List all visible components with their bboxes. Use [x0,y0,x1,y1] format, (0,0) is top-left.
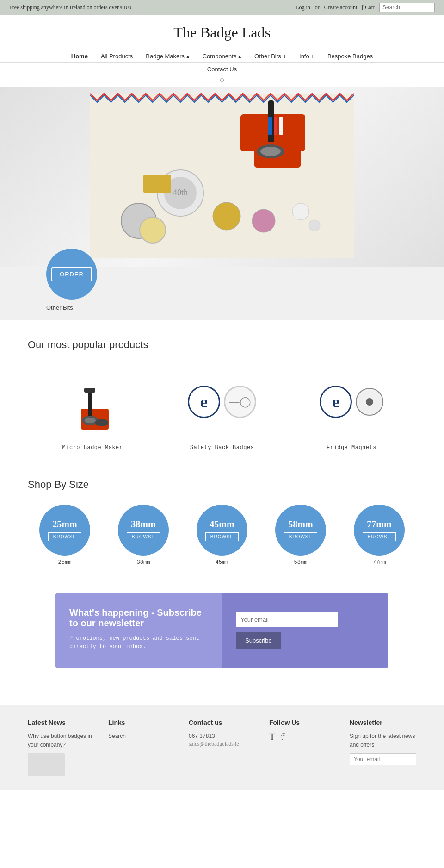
nav-info[interactable]: Info + [293,50,321,62]
nav-all-products[interactable]: All Products [94,50,139,62]
footer-search-link[interactable]: Search [108,733,126,739]
footer-links-title: Links [108,719,175,726]
size-label-58mm: 58mm [288,519,313,530]
footer-phone: 067 37813 [189,732,255,741]
size-45mm[interactable]: 45mm BROWSE 45mm [185,505,259,566]
product-safety-back-badges[interactable]: e —◯ Safety Back Badges [157,365,287,451]
size-footer-label-25mm: 25mm [28,559,102,566]
nav-bespoke-badges[interactable]: Bespoke Badges [321,50,379,62]
login-link[interactable]: Log in [296,4,310,11]
subscribe-button[interactable]: Subscribe [236,632,281,649]
nav-components[interactable]: Components ▴ [196,50,248,62]
size-label-45mm: 45mm [210,519,234,530]
footer-grid: Latest News Why use button badges in you… [28,719,416,776]
popular-products-section: Our most popular products Micro Badge Ma… [0,320,444,469]
order-circle[interactable]: ORDER [46,249,97,300]
size-circle-38mm[interactable]: 38mm BROWSE [118,505,169,556]
browse-button-58mm[interactable]: BROWSE [284,532,317,541]
order-button[interactable]: ORDER [51,267,92,281]
size-38mm[interactable]: 38mm BROWSE 38mm [106,505,180,566]
shipping-notice: Free shipping anywhere in Ireland on ord… [9,4,131,11]
search-input[interactable] [379,3,435,12]
fridge-magnets-label: Fridge Magnets [287,444,416,451]
footer-contact-title: Contact us [189,719,255,726]
facebook-icon[interactable]: 𝕗 [281,732,284,742]
size-label-25mm: 25mm [52,519,77,530]
newsletter-section: What's happening - Subscribe to our news… [56,593,388,668]
svg-rect-16 [279,117,283,135]
size-circle-77mm[interactable]: 77mm BROWSE [354,505,405,556]
size-footer-label-77mm: 77mm [342,559,416,566]
site-title: The Badge Lads [0,24,444,41]
footer-email: sales@thebadgelads.ie [189,741,255,748]
size-label-38mm: 38mm [131,519,155,530]
svg-point-13 [140,217,166,243]
nav-dot-indicator [220,78,224,82]
badges-pair: e —◯ [188,386,256,418]
product-micro-badge-maker[interactable]: Micro Badge Maker [28,365,157,451]
newsletter-description: Promotions, new products and sales sent … [69,634,208,651]
shop-by-size-title: Shop By Size [28,479,416,491]
footer-links: Links Search [108,719,175,776]
nav-badge-makers[interactable]: Badge Makers ▴ [139,50,196,62]
badge-dark: e [188,386,220,418]
browse-button-25mm[interactable]: BROWSE [48,532,81,541]
svg-point-17 [292,203,309,220]
cart-link[interactable]: [ Cart [362,4,375,11]
footer-email-input[interactable] [350,753,416,765]
footer-news-text: Why use button badges in your company? [28,732,94,749]
popular-products-title: Our most popular products [28,339,416,351]
nav-contact-us[interactable]: Contact Us [201,64,243,75]
footer-latest-news-title: Latest News [28,719,94,726]
svg-rect-15 [274,117,278,135]
svg-point-11 [252,209,275,232]
or-text: or [315,4,320,11]
micro-badge-maker-svg [65,365,120,439]
size-58mm[interactable]: 58mm BROWSE 58mm [264,505,338,566]
newsletter-right: Subscribe [222,593,388,668]
hero-svg: 40th [88,91,356,262]
products-grid: Micro Badge Maker e —◯ Safety Back Badge… [28,365,416,451]
footer-latest-news: Latest News Why use button badges in you… [28,719,94,776]
svg-rect-14 [268,117,272,135]
svg-point-23 [85,418,96,423]
size-circle-25mm[interactable]: 25mm BROWSE [39,505,90,556]
fridge-magnet-dark: e [320,386,352,418]
shop-by-size-section: Shop By Size 25mm BROWSE 25mm 38mm BROWS… [0,469,444,584]
size-circle-58mm[interactable]: 58mm BROWSE [275,505,326,556]
size-25mm[interactable]: 25mm BROWSE 25mm [28,505,102,566]
fridge-magnet-light [356,388,383,416]
site-footer: Latest News Why use button badges in you… [0,705,444,790]
micro-badge-maker-label: Micro Badge Maker [28,444,157,451]
twitter-icon[interactable]: 𝕋 [269,732,275,742]
browse-button-45mm[interactable]: BROWSE [205,532,239,541]
main-nav: Home All Products Badge Makers ▴ Compone… [0,46,444,63]
nav-row2: Contact Us [0,63,444,77]
nav-home[interactable]: Home [65,50,94,62]
fridge-magnets-pair: e [320,386,383,418]
size-77mm[interactable]: 77mm BROWSE 77mm [342,505,416,566]
badge-pin-icon: —◯ [229,396,251,408]
svg-rect-21 [84,388,95,393]
newsletter-left: What's happening - Subscribe to our news… [56,593,222,668]
magnet-dot [366,398,373,406]
footer-follow-title: Follow Us [269,719,336,726]
browse-button-38mm[interactable]: BROWSE [127,532,160,541]
footer-contact: Contact us 067 37813 sales@thebadgelads.… [189,719,255,776]
sizes-row: 25mm BROWSE 25mm 38mm BROWSE 38mm 45mm B… [28,505,416,566]
browse-button-77mm[interactable]: BROWSE [363,532,396,541]
size-circle-45mm[interactable]: 45mm BROWSE [197,505,247,556]
safety-back-badges-label: Safety Back Badges [157,444,287,451]
svg-point-18 [309,220,320,231]
product-fridge-magnets[interactable]: e Fridge Magnets [287,365,416,451]
badge-e-icon: e [200,392,208,412]
hero-caption: ORDER Other Bits [0,267,444,320]
size-footer-label-58mm: 58mm [264,559,338,566]
footer-newsletter: Newsletter Sign up for the latest news a… [350,719,416,776]
badge-light: —◯ [224,386,256,418]
svg-point-5 [260,147,281,156]
newsletter-email-input[interactable] [236,612,338,627]
create-account-link[interactable]: Create account [324,4,358,11]
nav-other-bits[interactable]: Other Bits + [248,50,293,62]
newsletter-wrapper: What's happening - Subscribe to our news… [0,584,444,705]
